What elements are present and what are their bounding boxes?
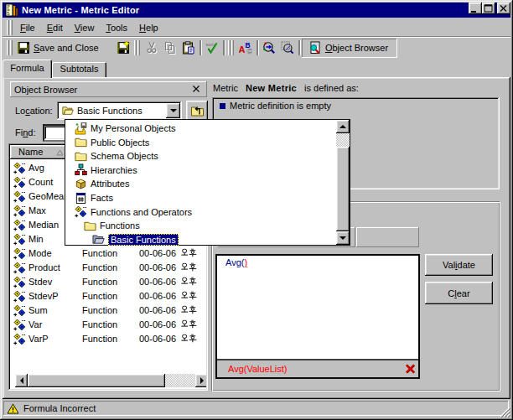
toolbar-separator: [200, 40, 201, 55]
toolbar-grip[interactable]: [134, 40, 140, 55]
title-bar[interactable]: New Metric - Metric Editor: [3, 3, 510, 18]
toolbar-grip[interactable]: [228, 40, 234, 55]
up-one-level-button[interactable]: [186, 101, 208, 121]
close-icon: [497, 3, 510, 14]
copy-button[interactable]: [161, 39, 179, 57]
cell-name: VarP: [28, 334, 49, 344]
dropdown-item-label: Basic Functions: [108, 234, 179, 246]
formula-input[interactable]: Avg(): [217, 256, 418, 359]
toolbar-grip[interactable]: [7, 40, 13, 55]
function-icon: [13, 290, 26, 303]
scroll-right-button[interactable]: [195, 374, 206, 387]
titlebar-buttons: [469, 3, 510, 14]
clear-button[interactable]: Clear: [425, 282, 493, 304]
function-icon: [13, 247, 26, 260]
scroll-up-button[interactable]: [336, 120, 350, 133]
dropdown-item-functions[interactable]: Functions: [65, 219, 350, 233]
dropdown-scrollbar: [336, 120, 350, 245]
minimize-button[interactable]: [469, 3, 482, 14]
maximize-button[interactable]: [482, 3, 495, 14]
list-row-varp[interactable]: VarPFunction00-06-06: [10, 332, 206, 346]
formula-toolbar-right[interactable]: [356, 227, 419, 247]
save-as-icon: [117, 41, 130, 54]
up-one-level-icon: [190, 104, 205, 117]
attribute-icon: [75, 178, 87, 190]
dropdown-scrollbar-thumb[interactable]: [336, 147, 350, 231]
menu-view[interactable]: View: [69, 20, 101, 35]
list-row-mode[interactable]: ModeFunction00-06-06: [10, 246, 206, 261]
dropdown-item-attributes[interactable]: Attributes: [65, 177, 350, 191]
save-button[interactable]: Save and Close: [15, 39, 114, 57]
dropdown-item-facts[interactable]: Facts: [65, 191, 350, 205]
arrow-left-icon: [20, 377, 23, 384]
function-icon: [13, 162, 26, 174]
fact-icon: [75, 192, 87, 205]
paste-button[interactable]: [179, 39, 198, 57]
object-browser-button[interactable]: Object Browser: [302, 39, 397, 58]
function-icon: [13, 304, 26, 317]
validate-sum-button[interactable]: [203, 39, 221, 57]
menu-grip[interactable]: [7, 20, 13, 35]
object-browser-panel-header[interactable]: Object Browser: [10, 81, 207, 97]
cell-type: Function: [82, 319, 117, 329]
dropdown-item-hierarchies[interactable]: Hierarchies: [65, 163, 350, 178]
cell-name: Count: [28, 177, 53, 187]
resize-grip[interactable]: [500, 407, 510, 417]
cell-type: Function: [82, 277, 117, 287]
hierarchy-icon: [75, 163, 87, 176]
bullet-icon: [220, 103, 225, 109]
dropdown-item-functions-and-operators[interactable]: Functions and Operators: [65, 205, 350, 219]
formula-caret-part: ): [244, 257, 247, 267]
location-combobox[interactable]: Basic Functions: [57, 101, 182, 120]
dropdown-scrollbar-track[interactable]: [336, 133, 350, 147]
cell-date: 00-06-06: [139, 291, 197, 301]
cell-name: StdevP: [28, 291, 58, 301]
validate-button[interactable]: Validate: [425, 254, 493, 276]
list-row-sum[interactable]: SumFunction00-06-06: [10, 303, 206, 318]
cell-type: Function: [82, 262, 117, 272]
cut-button[interactable]: [142, 39, 161, 57]
spelling-button[interactable]: [236, 39, 255, 57]
function-icon: [75, 205, 87, 218]
dropdown-item-public-objects[interactable]: Public Objects: [65, 136, 350, 150]
location-combo-field[interactable]: Basic Functions: [57, 101, 182, 120]
invalid-x-icon: [405, 364, 416, 374]
zoom-button[interactable]: [260, 39, 278, 57]
scroll-left-button[interactable]: [15, 374, 28, 387]
menu-file[interactable]: File: [14, 20, 41, 35]
cell-type: Function: [82, 334, 117, 344]
menu-help[interactable]: Help: [133, 20, 164, 35]
dropdown-item-label: Public Objects: [91, 137, 149, 148]
tab-formula[interactable]: Formula: [3, 60, 52, 78]
scrollbar-track[interactable]: [165, 374, 195, 387]
menu-edit[interactable]: Edit: [41, 20, 69, 35]
list-row-stdevp[interactable]: StdevPFunction00-06-06: [10, 289, 206, 303]
location-label: Location:: [15, 106, 53, 116]
tab-subtotals[interactable]: Subtotals: [52, 62, 106, 77]
menu-tools[interactable]: Tools: [100, 20, 133, 35]
scroll-down-button[interactable]: [336, 231, 350, 245]
function-icon: [13, 333, 26, 345]
save-as-button[interactable]: [114, 39, 132, 57]
list-row-product[interactable]: ProductFunction00-06-06: [10, 261, 206, 275]
close-button[interactable]: [497, 3, 510, 14]
hangul-pm-glyph: [181, 334, 197, 343]
dropdown-item-basic-functions[interactable]: Basic Functions: [65, 232, 350, 246]
metric-ruler-icon: [5, 3, 18, 17]
dropdown-items: My Personal ObjectsPublic ObjectsSchema …: [65, 122, 350, 246]
cell-name: Var: [28, 319, 42, 329]
preview-button[interactable]: [278, 39, 297, 57]
cell-name: Median: [28, 220, 59, 230]
hangul-pm-glyph: [181, 305, 197, 314]
dropdown-item-schema-objects[interactable]: Schema Objects: [65, 149, 350, 163]
window-title: New Metric - Metric Editor: [22, 5, 139, 15]
list-row-var[interactable]: VarFunction00-06-06: [10, 318, 206, 332]
scrollbar-thumb[interactable]: [28, 374, 165, 387]
dropdown-item-my-personal-objects[interactable]: My Personal Objects: [65, 122, 350, 136]
panel-close-icon[interactable]: [192, 85, 200, 93]
zoom-icon: [262, 41, 276, 54]
arrow-down-icon: [339, 236, 346, 240]
list-row-stdev[interactable]: StdevFunction00-06-06: [10, 275, 206, 289]
location-dropdown-button[interactable]: [166, 103, 180, 118]
maximize-icon: [482, 3, 495, 14]
